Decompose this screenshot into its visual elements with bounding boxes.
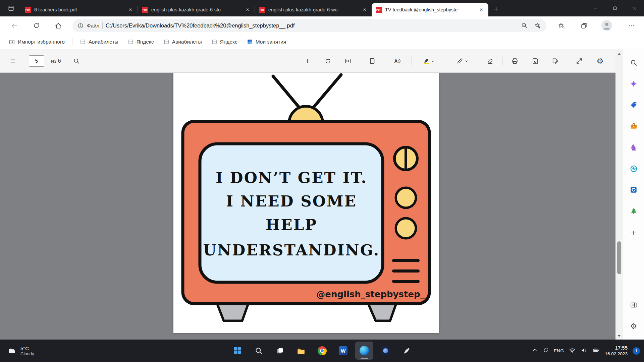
zoom-out-button[interactable]	[281, 54, 294, 68]
refresh-button[interactable]	[30, 19, 43, 32]
fullscreen-button[interactable]	[573, 54, 586, 68]
browser-window: PDF 6 teachers book.pdf ✕ PDF english-pl…	[0, 0, 644, 362]
screenshot-tool-button[interactable]	[376, 342, 394, 360]
tab-close-icon[interactable]: ✕	[361, 6, 368, 13]
page-number-input[interactable]	[29, 55, 44, 67]
address-bar[interactable]: Файл C:/Users/Evrika/Downloads/TV%20feed…	[72, 19, 546, 32]
pdf-search-button[interactable]	[70, 54, 83, 68]
notification-badge[interactable]: 1	[633, 347, 640, 355]
scroll-down-button[interactable]	[615, 333, 623, 339]
draw-button[interactable]	[451, 54, 473, 68]
page-view-button[interactable]	[366, 54, 379, 68]
favorite-moi-zanyatiya[interactable]: Мои занятия	[244, 37, 290, 47]
tab-actions-icon[interactable]	[5, 3, 17, 13]
search-icon	[73, 58, 80, 65]
tab-close-icon[interactable]: ✕	[127, 6, 134, 13]
battery-button[interactable]	[592, 347, 600, 355]
rotate-button[interactable]	[321, 54, 334, 68]
sidebar-hide-panel-button[interactable]	[627, 298, 640, 312]
favorite-label: Мои занятия	[256, 39, 286, 45]
scroll-up-button[interactable]	[615, 51, 623, 57]
new-tab-button[interactable]	[490, 3, 502, 15]
print-button[interactable]	[508, 54, 522, 68]
language-indicator[interactable]: ENG	[554, 348, 564, 353]
sidebar-settings-button[interactable]: ⚙	[627, 319, 640, 333]
weather-widget[interactable]: 5°C Cloudy	[3, 340, 37, 362]
wifi-button[interactable]	[569, 347, 576, 355]
triangle-up-icon	[617, 52, 621, 56]
tab-2[interactable]: PDF english-plus-kazakh-grade-6-stu ✕	[138, 3, 255, 16]
favorite-aviabilety-1[interactable]: Авиабилеты	[76, 37, 122, 47]
close-window-button[interactable]	[625, 0, 644, 16]
profile-avatar[interactable]	[601, 20, 612, 31]
scrollbar-thumb[interactable]	[617, 241, 621, 274]
triangle-down-icon	[617, 334, 621, 338]
ellipsis-icon	[628, 22, 635, 29]
page-total-label: из 6	[51, 58, 61, 64]
save-as-button[interactable]	[549, 54, 562, 68]
sidebar-tree-button[interactable]	[627, 204, 640, 218]
clock-time: 17:55	[615, 345, 628, 351]
collections-button[interactable]	[578, 19, 590, 32]
tab-close-icon[interactable]: ✕	[478, 6, 485, 13]
sidebar-shopping-button[interactable]	[627, 98, 640, 112]
home-button[interactable]	[52, 19, 64, 32]
pdf-scrollbar[interactable]	[615, 50, 623, 340]
browser-menu-button[interactable]	[625, 19, 638, 32]
url-text[interactable]: C:/Users/Evrika/Downloads/TV%20feedback%…	[106, 22, 516, 29]
hidden-icons-button[interactable]	[532, 347, 538, 354]
add-favorite-button[interactable]	[532, 21, 542, 31]
tab-3[interactable]: PDF english-plus-kazakh-grade-6-wo ✕	[255, 3, 372, 16]
taskbar-search-button[interactable]	[250, 342, 268, 360]
start-button[interactable]	[228, 342, 247, 360]
favorite-import[interactable]: Импорт избранного	[5, 37, 68, 47]
volume-button[interactable]	[581, 347, 587, 355]
favorites-button[interactable]	[555, 19, 568, 32]
edge-icon	[360, 346, 369, 355]
highlight-button[interactable]	[418, 54, 439, 68]
tab-4-active[interactable]: PDF TV feedback @english_stepbyste ✕	[372, 3, 488, 16]
browser-essentials-icon	[630, 165, 638, 173]
pdf-toolbar: из 6 A	[0, 49, 623, 73]
edge-button-active[interactable]	[355, 342, 373, 360]
pdf-settings-button[interactable]: ⚙	[593, 54, 607, 68]
tab-1[interactable]: PDF 6 teachers book.pdf ✕	[21, 3, 138, 16]
sidebar-games-button[interactable]: ♞	[627, 141, 640, 154]
table-of-contents-icon	[9, 57, 16, 65]
sidebar-copilot-button[interactable]	[627, 77, 640, 90]
sidebar-browser-essentials-button[interactable]	[627, 162, 640, 175]
favorite-yandex-2[interactable]: Яндекс	[208, 37, 241, 47]
maximize-button[interactable]	[605, 0, 625, 16]
tabs: PDF 6 teachers book.pdf ✕ PDF english-pl…	[21, 0, 502, 16]
fit-width-button[interactable]	[341, 54, 355, 68]
erase-button[interactable]	[483, 54, 497, 68]
task-view-button[interactable]	[271, 342, 289, 360]
back-button[interactable]	[8, 19, 20, 32]
zoom-in-button[interactable]	[301, 54, 314, 68]
tab-close-icon[interactable]: ✕	[244, 6, 251, 13]
toc-button[interactable]	[6, 54, 19, 68]
minimize-button[interactable]	[586, 0, 605, 16]
chrome-button[interactable]	[313, 342, 331, 360]
clock-widget[interactable]: 17:55 16.02.2023	[605, 345, 628, 357]
word-button[interactable]: W	[334, 342, 352, 360]
tv-illustration: I DON’T GET IT. I NEED SOME HELP UNDERST…	[173, 73, 439, 333]
feather-app-button[interactable]	[397, 342, 416, 360]
read-aloud-button[interactable]: A	[390, 54, 404, 68]
tray-sync-button[interactable]	[543, 347, 549, 355]
tree-icon	[630, 207, 638, 215]
zoom-out-page-button[interactable]	[519, 21, 529, 31]
info-icon[interactable]	[77, 22, 84, 29]
taskbar-apps: W	[228, 342, 416, 360]
sidebar-outlook-button[interactable]	[627, 183, 640, 196]
save-button[interactable]	[529, 54, 542, 68]
sidebar-toolbox-button[interactable]	[627, 119, 640, 133]
close-icon	[632, 6, 637, 11]
favorite-aviabilety-2[interactable]: Авиабилеты	[160, 37, 205, 47]
file-explorer-button[interactable]	[292, 342, 310, 360]
sidebar-add-button[interactable]	[627, 226, 640, 240]
sidebar-search-button[interactable]	[627, 56, 640, 69]
pdf-viewport[interactable]: I DON’T GET IT. I NEED SOME HELP UNDERST…	[0, 73, 623, 340]
favorite-yandex-1[interactable]: Яндекс	[124, 37, 157, 47]
copilot-sparkle-icon	[630, 80, 638, 88]
